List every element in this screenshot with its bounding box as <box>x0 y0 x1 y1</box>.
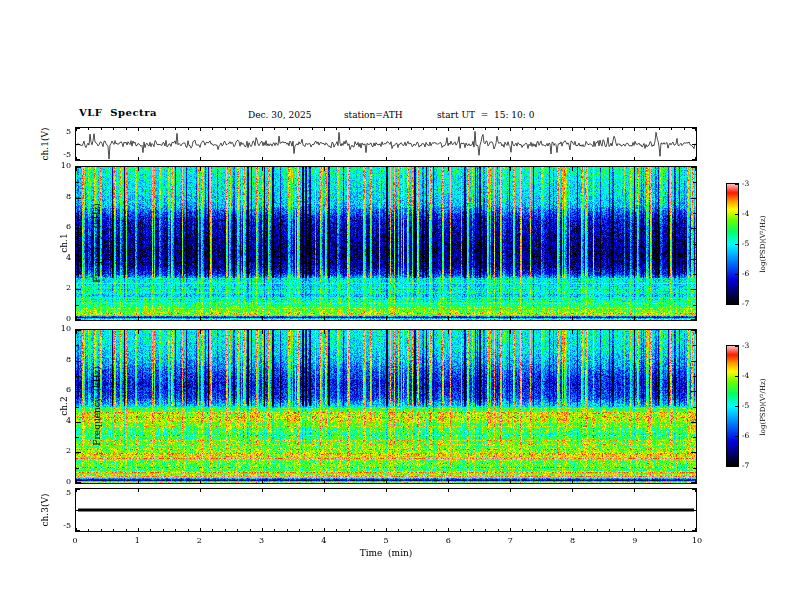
tick-mark <box>386 167 387 171</box>
tick-mark <box>634 128 635 131</box>
tick-mark <box>448 489 449 492</box>
tick-mark <box>498 128 499 130</box>
tick-mark <box>324 489 325 492</box>
tick-mark <box>88 529 89 531</box>
y-tick-label: 5 <box>41 488 71 497</box>
tick-mark <box>510 128 511 131</box>
y-tick-label: -5 <box>41 150 71 159</box>
tick-mark <box>460 128 461 130</box>
tick-mark <box>572 330 573 334</box>
tick-mark <box>386 479 387 483</box>
tick-mark <box>287 128 288 130</box>
tick-mark <box>572 528 573 531</box>
tick-mark <box>175 529 176 531</box>
tick-mark <box>634 167 635 171</box>
tick-mark <box>609 529 610 531</box>
tick-mark <box>646 128 647 130</box>
tick-mark <box>597 529 598 531</box>
tick-mark <box>374 128 375 130</box>
tick-mark <box>460 529 461 531</box>
tick-mark <box>735 406 738 407</box>
ch1-frequency-axis-label: ch.1 Frequency (kHz) <box>37 168 59 318</box>
tick-mark <box>274 529 275 531</box>
tick-mark <box>436 128 437 130</box>
tick-mark <box>735 184 738 185</box>
tick-mark <box>560 128 561 130</box>
y-tick-label: 4 <box>41 253 71 262</box>
colorbar-tick-label: -6 <box>742 431 749 440</box>
tick-mark <box>361 529 362 531</box>
colorbar-tick-label: -5 <box>742 401 749 410</box>
tick-mark <box>609 128 610 130</box>
tick-mark <box>101 529 102 531</box>
tick-mark <box>250 529 251 531</box>
tick-mark <box>693 468 696 469</box>
tick-mark <box>473 529 474 531</box>
tick-mark <box>188 128 189 130</box>
colorbar-tick-label: -4 <box>742 371 749 380</box>
tick-mark <box>448 528 449 531</box>
tick-mark <box>622 529 623 531</box>
tick-mark <box>692 128 696 129</box>
tick-mark <box>671 128 672 130</box>
x-tick-label: 5 <box>383 536 388 545</box>
ch2-channel-label: ch.2 <box>59 331 70 481</box>
tick-mark <box>312 128 313 130</box>
tick-mark <box>572 316 573 320</box>
tick-mark <box>76 530 80 531</box>
ch1-waveform-plot <box>76 128 696 160</box>
tick-mark <box>692 510 696 511</box>
tick-mark <box>735 303 738 304</box>
ch2-frequency-unit-label: Frequency (kHz) <box>92 331 103 481</box>
tick-mark <box>735 465 738 466</box>
time-axis-label: Time (min) <box>360 548 413 558</box>
ch2-spectrogram-panel <box>75 329 697 484</box>
tick-mark <box>448 316 449 320</box>
tick-mark <box>324 479 325 483</box>
tick-mark <box>692 159 696 160</box>
x-tick-label: 9 <box>632 536 637 545</box>
tick-mark <box>584 529 585 531</box>
tick-mark <box>693 345 696 346</box>
tick-mark <box>691 198 696 199</box>
y-tick-label: 4 <box>41 416 71 425</box>
tick-mark <box>349 529 350 531</box>
tick-mark <box>691 361 696 362</box>
tick-mark <box>262 479 263 483</box>
tick-mark <box>76 319 81 320</box>
tick-mark <box>634 330 635 334</box>
tick-mark <box>691 319 696 320</box>
tick-mark <box>287 529 288 531</box>
x-tick-label: 1 <box>135 536 140 545</box>
tick-mark <box>138 128 139 131</box>
tick-mark <box>76 489 80 490</box>
y-tick-label: 8 <box>41 192 71 201</box>
tick-mark <box>510 167 511 171</box>
tick-mark <box>572 167 573 171</box>
ch1-waveform-panel <box>75 127 697 161</box>
ch1-channel-label: ch.1 <box>59 168 70 318</box>
tick-mark <box>324 528 325 531</box>
tick-mark <box>225 128 226 130</box>
tick-mark <box>126 529 127 531</box>
ch1-frequency-unit-label: Frequency (kHz) <box>92 168 103 318</box>
tick-mark <box>237 128 238 130</box>
tick-mark <box>150 128 151 130</box>
tick-mark <box>163 529 164 531</box>
tick-mark <box>735 436 738 437</box>
tick-mark <box>76 159 80 160</box>
tick-mark <box>200 330 201 334</box>
tick-mark <box>498 529 499 531</box>
tick-mark <box>138 489 139 492</box>
tick-mark <box>510 479 511 483</box>
x-tick-label: 8 <box>570 536 575 545</box>
tick-mark <box>200 316 201 320</box>
vlf-spectra-figure: VLF Spectra Dec. 30, 2025 station=ATH st… <box>0 0 792 612</box>
tick-mark <box>411 128 412 130</box>
tick-mark <box>262 157 263 160</box>
tick-mark <box>324 167 325 171</box>
tick-mark <box>691 259 696 260</box>
tick-mark <box>692 489 696 490</box>
tick-mark <box>485 128 486 130</box>
tick-mark <box>411 529 412 531</box>
